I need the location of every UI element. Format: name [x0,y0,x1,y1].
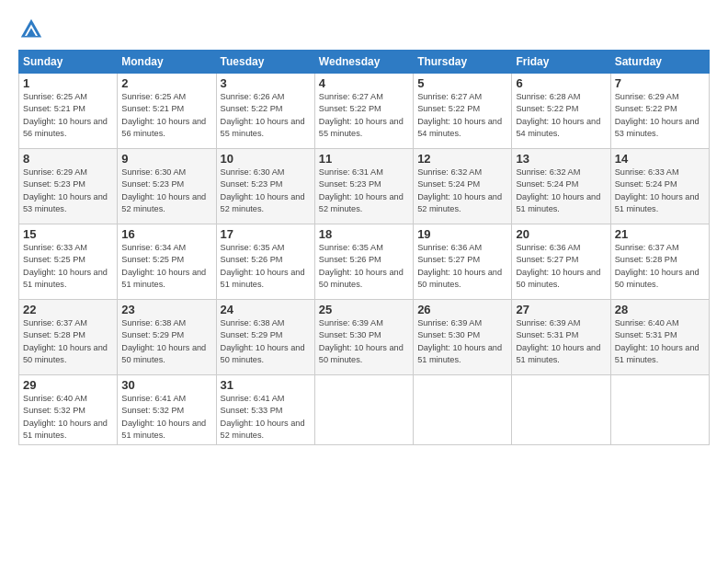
day-info: Sunrise: 6:26 AMSunset: 5:22 PMDaylight:… [221,91,311,140]
day-number: 16 [121,227,211,241]
day-number: 27 [516,303,606,316]
calendar-cell: 29 Sunrise: 6:40 AMSunset: 5:32 PMDaylig… [19,375,118,445]
calendar-cell: 17 Sunrise: 6:35 AMSunset: 5:26 PMDaylig… [216,224,314,300]
day-number: 18 [319,227,409,241]
calendar-cell: 9 Sunrise: 6:30 AMSunset: 5:23 PMDayligh… [118,149,216,224]
day-number: 6 [516,76,606,90]
page-container: SundayMondayTuesdayWednesdayThursdayFrid… [0,0,728,563]
day-number: 13 [516,152,606,166]
calendar-week-row: 15 Sunrise: 6:33 AMSunset: 5:25 PMDaylig… [19,224,710,300]
calendar-cell [512,375,610,445]
calendar-day-header: Sunday [19,51,118,74]
day-info: Sunrise: 6:25 AMSunset: 5:21 PMDaylight:… [23,91,113,140]
day-number: 22 [23,303,113,316]
day-info: Sunrise: 6:33 AMSunset: 5:25 PMDaylight:… [23,242,113,291]
calendar-cell: 10 Sunrise: 6:30 AMSunset: 5:23 PMDaylig… [216,149,314,224]
calendar-day-header: Monday [118,51,216,74]
day-number: 12 [417,152,507,166]
calendar-header-row: SundayMondayTuesdayWednesdayThursdayFrid… [19,51,710,74]
day-number: 23 [121,303,211,316]
calendar-cell: 20 Sunrise: 6:36 AMSunset: 5:27 PMDaylig… [512,224,610,300]
day-info: Sunrise: 6:39 AMSunset: 5:30 PMDaylight:… [319,317,409,366]
day-number: 4 [319,76,409,90]
day-info: Sunrise: 6:25 AMSunset: 5:21 PMDaylight:… [121,91,211,140]
day-info: Sunrise: 6:31 AMSunset: 5:23 PMDaylight:… [319,167,409,215]
day-info: Sunrise: 6:34 AMSunset: 5:25 PMDaylight:… [121,242,211,291]
day-info: Sunrise: 6:37 AMSunset: 5:28 PMDaylight:… [23,317,113,366]
day-number: 17 [221,227,311,241]
day-info: Sunrise: 6:30 AMSunset: 5:23 PMDaylight:… [221,167,311,215]
day-info: Sunrise: 6:36 AMSunset: 5:27 PMDaylight:… [417,242,507,291]
day-info: Sunrise: 6:37 AMSunset: 5:28 PMDaylight:… [615,242,705,291]
calendar-cell: 14 Sunrise: 6:33 AMSunset: 5:24 PMDaylig… [610,149,709,224]
day-info: Sunrise: 6:33 AMSunset: 5:24 PMDaylight:… [615,167,705,215]
day-number: 20 [516,227,606,241]
day-number: 8 [23,152,113,166]
day-info: Sunrise: 6:32 AMSunset: 5:24 PMDaylight:… [417,167,507,215]
calendar-cell: 26 Sunrise: 6:39 AMSunset: 5:30 PMDaylig… [414,300,512,375]
day-info: Sunrise: 6:41 AMSunset: 5:33 PMDaylight:… [221,393,311,442]
calendar-day-header: Wednesday [314,51,413,74]
day-info: Sunrise: 6:36 AMSunset: 5:27 PMDaylight:… [516,242,606,291]
day-info: Sunrise: 6:39 AMSunset: 5:30 PMDaylight:… [417,317,507,366]
calendar-cell: 31 Sunrise: 6:41 AMSunset: 5:33 PMDaylig… [216,375,314,445]
calendar-week-row: 1 Sunrise: 6:25 AMSunset: 5:21 PMDayligh… [19,74,710,149]
calendar-cell: 16 Sunrise: 6:34 AMSunset: 5:25 PMDaylig… [118,224,216,300]
day-number: 30 [121,378,211,392]
day-info: Sunrise: 6:40 AMSunset: 5:31 PMDaylight:… [615,317,705,366]
calendar-day-header: Thursday [414,51,512,74]
calendar-cell: 22 Sunrise: 6:37 AMSunset: 5:28 PMDaylig… [19,300,118,375]
day-info: Sunrise: 6:35 AMSunset: 5:26 PMDaylight:… [319,242,409,291]
day-info: Sunrise: 6:41 AMSunset: 5:32 PMDaylight:… [121,393,211,442]
day-number: 9 [121,152,211,166]
day-number: 14 [615,152,705,166]
calendar-cell: 3 Sunrise: 6:26 AMSunset: 5:22 PMDayligh… [216,74,314,149]
calendar-day-header: Saturday [610,51,709,74]
calendar-week-row: 29 Sunrise: 6:40 AMSunset: 5:32 PMDaylig… [19,375,710,445]
calendar-cell: 11 Sunrise: 6:31 AMSunset: 5:23 PMDaylig… [314,149,413,224]
calendar-table: SundayMondayTuesdayWednesdayThursdayFrid… [18,50,710,445]
calendar-day-header: Tuesday [216,51,314,74]
day-number: 15 [23,227,113,241]
day-number: 3 [221,76,311,90]
calendar-day-header: Friday [512,51,610,74]
calendar-cell: 27 Sunrise: 6:39 AMSunset: 5:31 PMDaylig… [512,300,610,375]
day-number: 19 [417,227,507,241]
calendar-cell: 8 Sunrise: 6:29 AMSunset: 5:23 PMDayligh… [19,149,118,224]
day-number: 11 [319,152,409,166]
calendar-cell: 25 Sunrise: 6:39 AMSunset: 5:30 PMDaylig… [314,300,413,375]
day-info: Sunrise: 6:39 AMSunset: 5:31 PMDaylight:… [516,317,606,366]
day-info: Sunrise: 6:40 AMSunset: 5:32 PMDaylight:… [23,393,113,442]
calendar-cell: 15 Sunrise: 6:33 AMSunset: 5:25 PMDaylig… [19,224,118,300]
day-info: Sunrise: 6:28 AMSunset: 5:22 PMDaylight:… [516,91,606,140]
calendar-cell: 21 Sunrise: 6:37 AMSunset: 5:28 PMDaylig… [610,224,709,300]
day-number: 29 [23,378,113,392]
page-header [18,17,710,42]
calendar-cell: 18 Sunrise: 6:35 AMSunset: 5:26 PMDaylig… [314,224,413,300]
day-info: Sunrise: 6:30 AMSunset: 5:23 PMDaylight:… [121,167,211,215]
calendar-cell: 12 Sunrise: 6:32 AMSunset: 5:24 PMDaylig… [414,149,512,224]
day-info: Sunrise: 6:29 AMSunset: 5:23 PMDaylight:… [23,167,113,215]
day-number: 7 [615,76,705,90]
day-number: 21 [615,227,705,241]
day-number: 25 [319,303,409,316]
calendar-cell [610,375,709,445]
day-info: Sunrise: 6:27 AMSunset: 5:22 PMDaylight:… [319,91,409,140]
calendar-cell: 7 Sunrise: 6:29 AMSunset: 5:22 PMDayligh… [610,74,709,149]
day-number: 26 [417,303,507,316]
calendar-cell [314,375,413,445]
day-info: Sunrise: 6:38 AMSunset: 5:29 PMDaylight:… [221,317,311,366]
calendar-week-row: 22 Sunrise: 6:37 AMSunset: 5:28 PMDaylig… [19,300,710,375]
calendar-cell: 28 Sunrise: 6:40 AMSunset: 5:31 PMDaylig… [610,300,709,375]
calendar-cell: 2 Sunrise: 6:25 AMSunset: 5:21 PMDayligh… [118,74,216,149]
calendar-cell: 4 Sunrise: 6:27 AMSunset: 5:22 PMDayligh… [314,74,413,149]
calendar-cell: 23 Sunrise: 6:38 AMSunset: 5:29 PMDaylig… [118,300,216,375]
day-info: Sunrise: 6:38 AMSunset: 5:29 PMDaylight:… [121,317,211,366]
day-number: 2 [121,76,211,90]
calendar-cell: 13 Sunrise: 6:32 AMSunset: 5:24 PMDaylig… [512,149,610,224]
calendar-week-row: 8 Sunrise: 6:29 AMSunset: 5:23 PMDayligh… [19,149,710,224]
calendar-cell: 1 Sunrise: 6:25 AMSunset: 5:21 PMDayligh… [19,74,118,149]
calendar-cell: 30 Sunrise: 6:41 AMSunset: 5:32 PMDaylig… [118,375,216,445]
calendar-cell: 24 Sunrise: 6:38 AMSunset: 5:29 PMDaylig… [216,300,314,375]
day-info: Sunrise: 6:35 AMSunset: 5:26 PMDaylight:… [221,242,311,291]
